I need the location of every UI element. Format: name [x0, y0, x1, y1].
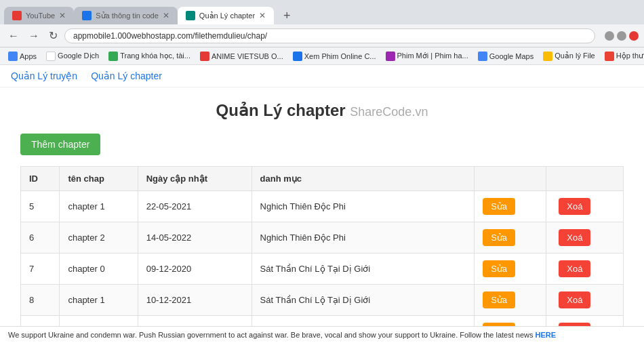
tab-sua-close[interactable]: ✕: [163, 11, 169, 20]
window-minimize[interactable]: [605, 31, 614, 41]
chapters-table: ID tên chap Ngày cập nhật danh mục 5chap…: [20, 166, 624, 343]
action-cell-sua: Sửa: [475, 285, 546, 316]
action-cell-sua: Sửa: [475, 254, 546, 285]
reload-button[interactable]: ↻: [46, 28, 60, 43]
col-id: ID: [21, 167, 60, 191]
tab-sua[interactable]: Sửa thông tin code ✕: [74, 7, 178, 24]
sua-button[interactable]: Sửa: [483, 229, 515, 246]
cell-danh-muc: Sát Thần Chí Lộ Tại Dị Giới: [251, 285, 475, 316]
action-cell-xoa: Xoá: [546, 191, 624, 222]
bookmark-quanly-file[interactable]: Quản lý File: [540, 50, 598, 62]
table-row: 7chapter 009-12-2020Sát Thần Chí Lộ Tại …: [21, 254, 624, 285]
page-title: Quản Lý chapter ShareCode.vn: [20, 101, 624, 120]
sharecode-watermark: ShareCode.vn: [350, 105, 428, 119]
xoa-button[interactable]: Xoá: [559, 291, 590, 308]
col-ngay: Ngày cập nhật: [138, 167, 251, 191]
bookmark-trang[interactable]: Trang khóa học, tài...: [106, 50, 193, 62]
xoa-button[interactable]: Xoá: [559, 198, 590, 215]
new-tab-button[interactable]: +: [279, 7, 295, 24]
action-cell-xoa: Xoá: [546, 285, 624, 316]
cell-danh-muc: Nghich Thiên Độc Phi: [251, 191, 475, 222]
bookmarks-bar: Apps Google Dịch Trang khóa học, tài... …: [0, 47, 644, 65]
sua-button[interactable]: Sửa: [483, 260, 515, 277]
window-maximize[interactable]: [617, 31, 626, 41]
tab-quanly-label: Quản Lý chapter: [199, 12, 255, 20]
col-action1: [475, 167, 546, 191]
bookmark-anime[interactable]: ANIME VIETSUB O...: [197, 50, 286, 62]
cell-ten-chap: chapter 1: [60, 191, 138, 222]
action-cell-xoa: Xoá: [546, 222, 624, 254]
cell-id: 5: [21, 191, 60, 222]
cell-ten-chap: chapter 1: [60, 285, 138, 316]
col-ten-chap: tên chap: [60, 167, 138, 191]
quanly-favicon: [186, 11, 195, 20]
nav-link-chapter[interactable]: Quản Lý chapter: [91, 70, 162, 81]
forward-button[interactable]: →: [26, 28, 42, 43]
col-danh-muc: danh mục: [251, 167, 475, 191]
cell-id: 6: [21, 222, 60, 254]
bookmark-apps[interactable]: Apps: [5, 50, 39, 62]
table-row: 5chapter 122-05-2021Nghich Thiên Độc Phi…: [21, 191, 624, 222]
window-close[interactable]: [629, 31, 639, 41]
col-action2: [546, 167, 624, 191]
cell-ngay: 09-12-2020: [138, 254, 251, 285]
bookmark-hop-thu[interactable]: Hộp thư đến - leca...: [602, 50, 644, 62]
tab-youtube-close[interactable]: ✕: [59, 11, 66, 20]
bookmark-google-dich[interactable]: Google Dịch: [43, 50, 102, 62]
sua-favicon: [82, 11, 92, 20]
cell-ngay: 14-05-2022: [138, 222, 251, 254]
cell-ten-chap: chapter 2: [60, 222, 138, 254]
tab-sua-label: Sửa thông tin code: [96, 12, 159, 20]
tab-youtube[interactable]: YouTube ✕: [4, 7, 74, 24]
back-button[interactable]: ←: [5, 28, 22, 43]
action-cell-xoa: Xoá: [546, 254, 624, 285]
bookmark-phim-moi[interactable]: Phim Mới | Phim ha...: [383, 50, 471, 62]
table-row: 6chapter 214-05-2022Nghich Thiên Độc Phi…: [21, 222, 624, 254]
address-bar[interactable]: [64, 28, 595, 43]
table-row: 8chapter 110-12-2021Sát Thần Chí Lộ Tại …: [21, 285, 624, 316]
sua-button[interactable]: Sửa: [483, 291, 515, 308]
cell-id: 7: [21, 254, 60, 285]
action-cell-sua: Sửa: [475, 191, 546, 222]
cell-ngay: 10-12-2021: [138, 285, 251, 316]
add-chapter-button[interactable]: Thêm chapter: [20, 134, 100, 155]
cell-danh-muc: Sát Thần Chí Lộ Tại Dị Giới: [251, 254, 475, 285]
tab-quanly[interactable]: Quản Lý chapter ✕: [178, 7, 274, 24]
cell-ngay: 22-05-2021: [138, 191, 251, 222]
cell-danh-muc: Nghich Thiên Độc Phi: [251, 222, 475, 254]
youtube-favicon: [12, 11, 22, 20]
nav-link-truyen[interactable]: Quản Lý truyện: [11, 70, 77, 81]
xoa-button[interactable]: Xoá: [559, 260, 590, 277]
banner-here-link[interactable]: HERE: [536, 331, 557, 339]
tab-quanly-close[interactable]: ✕: [259, 11, 266, 20]
bookmark-maps[interactable]: Google Maps: [475, 50, 536, 62]
cell-ten-chap: chapter 0: [60, 254, 138, 285]
bottom-banner: We support Ukraine and condemn war. Push…: [0, 326, 644, 343]
cell-id: 8: [21, 285, 60, 316]
sua-button[interactable]: Sửa: [483, 198, 515, 215]
tab-youtube-label: YouTube: [26, 12, 55, 20]
xoa-button[interactable]: Xoá: [559, 229, 590, 246]
bookmark-xem-phim[interactable]: Xem Phim Online C...: [290, 50, 379, 62]
site-nav: Quản Lý truyện Quản Lý chapter: [0, 65, 644, 87]
action-cell-sua: Sửa: [475, 222, 546, 254]
